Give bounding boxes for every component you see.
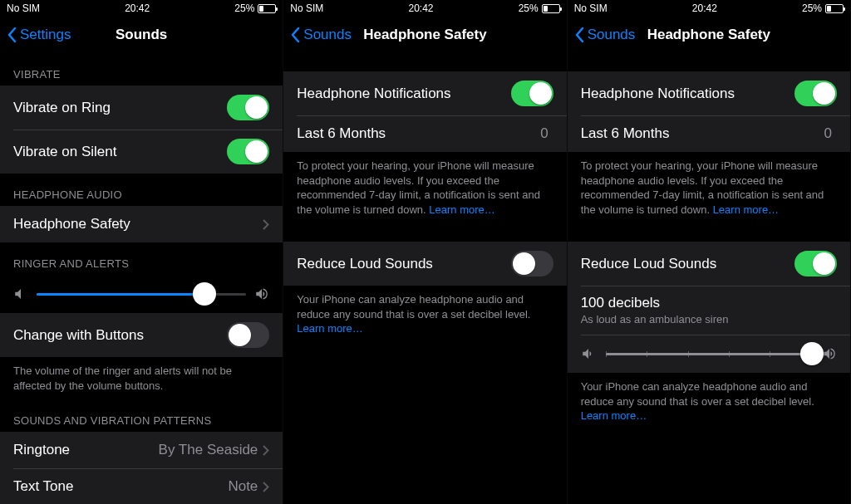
cell-vibrate-silent[interactable]: Vibrate on Silent <box>0 130 283 174</box>
decibel-slider[interactable] <box>606 353 812 355</box>
toggle-reduce[interactable] <box>794 251 837 276</box>
cell-ringtone[interactable]: Ringtone By The Seaside <box>0 432 283 468</box>
footer-protect: To protect your hearing, your iPhone wil… <box>568 152 850 223</box>
status-carrier: No SIM <box>7 2 40 14</box>
cell-reduce[interactable]: Reduce Loud Sounds <box>568 242 850 286</box>
label-vibrate-silent: Vibrate on Silent <box>13 144 116 160</box>
back-button[interactable]: Sounds <box>574 27 636 43</box>
label-reduce: Reduce Loud Sounds <box>297 256 433 272</box>
section-header-ringer: Ringer and Alerts <box>0 242 283 275</box>
label-reduce: Reduce Loud Sounds <box>581 256 717 272</box>
toggle-vibrate-silent[interactable] <box>227 139 269 164</box>
volume-low-icon <box>13 286 28 301</box>
footer-reduce-text: Your iPhone can analyze headphone audio … <box>581 380 814 408</box>
footer-protect: To protect your hearing, your iPhone wil… <box>283 152 566 223</box>
battery-icon <box>258 4 276 13</box>
section-header-patterns: Sounds and Vibration Patterns <box>0 399 283 432</box>
nav-bar: Settings Sounds <box>0 17 283 53</box>
pane-sounds: No SIM 20:42 25% Settings Sounds Vibrate… <box>0 0 283 504</box>
footer-protect-text: To protect your hearing, your iPhone wil… <box>581 159 824 216</box>
cell-notifications[interactable]: Headphone Notifications <box>568 71 850 115</box>
volume-high-icon <box>822 346 837 361</box>
toggle-reduce[interactable] <box>511 251 553 276</box>
page-title: Headphone Safety <box>363 27 486 43</box>
chevron-right-icon <box>263 445 269 456</box>
section-header-headphone: Headphone Audio <box>0 174 283 206</box>
volume-high-icon <box>254 286 269 301</box>
toggle-vibrate-ring[interactable] <box>227 95 269 120</box>
back-button[interactable]: Sounds <box>290 27 352 43</box>
label-vibrate-ring: Vibrate on Ring <box>13 100 111 116</box>
learn-more-link[interactable]: Learn more… <box>297 322 362 335</box>
nav-bar: Sounds Headphone Safety <box>283 17 566 53</box>
decibel-slider-row <box>568 335 850 373</box>
status-time: 20:42 <box>125 2 150 14</box>
pane-headphone-safety-off: No SIM 20:42 25% Sounds Headphone Safety… <box>283 0 567 504</box>
footer-reduce: Your iPhone can analyze headphone audio … <box>283 286 566 343</box>
cell-headphone-safety[interactable]: Headphone Safety <box>0 206 283 242</box>
chevron-left-icon <box>7 27 17 43</box>
back-label: Sounds <box>303 27 352 43</box>
status-time: 20:42 <box>692 2 717 14</box>
chevron-left-icon <box>574 27 584 43</box>
cell-change-buttons[interactable]: Change with Buttons <box>0 313 283 357</box>
value-last6: 0 <box>824 125 832 142</box>
page-title: Sounds <box>116 27 167 43</box>
status-battery-pct: 25% <box>802 2 822 14</box>
status-bar: No SIM 20:42 25% <box>0 0 283 17</box>
footer-ringer: The volume of the ringer and alerts will… <box>0 357 283 399</box>
value-texttone: Note <box>228 478 258 495</box>
label-headphone-safety: Headphone Safety <box>13 216 130 232</box>
status-bar: No SIM 20:42 25% <box>283 0 566 17</box>
cell-notifications[interactable]: Headphone Notifications <box>283 71 566 115</box>
battery-icon <box>542 4 560 13</box>
cell-reduce[interactable]: Reduce Loud Sounds <box>283 242 566 286</box>
back-label: Settings <box>20 27 71 43</box>
cell-last6[interactable]: Last 6 Months 0 <box>568 115 850 152</box>
sub-decibels: As loud as an ambulance siren <box>581 313 729 325</box>
chevron-right-icon <box>263 482 269 492</box>
status-carrier: No SIM <box>574 2 608 14</box>
footer-reduce: Your iPhone can analyze headphone audio … <box>568 373 850 430</box>
label-notifications: Headphone Notifications <box>581 86 735 102</box>
status-battery-pct: 25% <box>519 2 539 14</box>
learn-more-link[interactable]: Learn more… <box>581 409 647 422</box>
value-ringtone: By The Seaside <box>159 442 258 458</box>
label-decibels: 100 decibels <box>581 295 660 311</box>
cell-last6[interactable]: Last 6 Months 0 <box>283 115 566 152</box>
section-header-vibrate: Vibrate <box>0 53 283 86</box>
chevron-left-icon <box>290 27 300 43</box>
label-texttone: Text Tone <box>13 478 73 495</box>
footer-reduce-text: Your iPhone can analyze headphone audio … <box>297 293 530 321</box>
label-ringtone: Ringtone <box>13 442 70 458</box>
volume-low-icon <box>581 346 596 361</box>
label-notifications: Headphone Notifications <box>297 86 450 102</box>
label-last6: Last 6 Months <box>581 125 670 142</box>
toggle-notifications[interactable] <box>511 81 553 106</box>
label-last6: Last 6 Months <box>297 125 386 142</box>
learn-more-link[interactable]: Learn more… <box>713 203 779 216</box>
back-button[interactable]: Settings <box>7 27 71 43</box>
toggle-notifications[interactable] <box>794 81 837 106</box>
cell-vibrate-ring[interactable]: Vibrate on Ring <box>0 86 283 130</box>
toggle-change-buttons[interactable] <box>227 322 269 348</box>
cell-decibels: 100 decibels As loud as an ambulance sir… <box>568 286 850 335</box>
cell-texttone[interactable]: Text Tone Note <box>0 468 283 504</box>
back-label: Sounds <box>588 27 636 43</box>
status-carrier: No SIM <box>290 2 323 14</box>
value-last6: 0 <box>540 125 548 142</box>
page-title: Headphone Safety <box>647 27 770 43</box>
footer-protect-text: To protect your hearing, your iPhone wil… <box>297 159 540 216</box>
status-bar: No SIM 20:42 25% <box>568 0 850 17</box>
ringer-slider-row <box>0 275 283 313</box>
label-change-buttons: Change with Buttons <box>13 327 144 344</box>
battery-icon <box>825 4 844 13</box>
learn-more-link[interactable]: Learn more… <box>429 203 494 216</box>
status-time: 20:42 <box>408 2 433 14</box>
chevron-right-icon <box>263 219 269 230</box>
pane-headphone-safety-on: No SIM 20:42 25% Sounds Headphone Safety… <box>568 0 851 504</box>
nav-bar: Sounds Headphone Safety <box>568 17 850 53</box>
status-battery-pct: 25% <box>234 2 254 14</box>
ringer-slider[interactable] <box>37 293 246 296</box>
